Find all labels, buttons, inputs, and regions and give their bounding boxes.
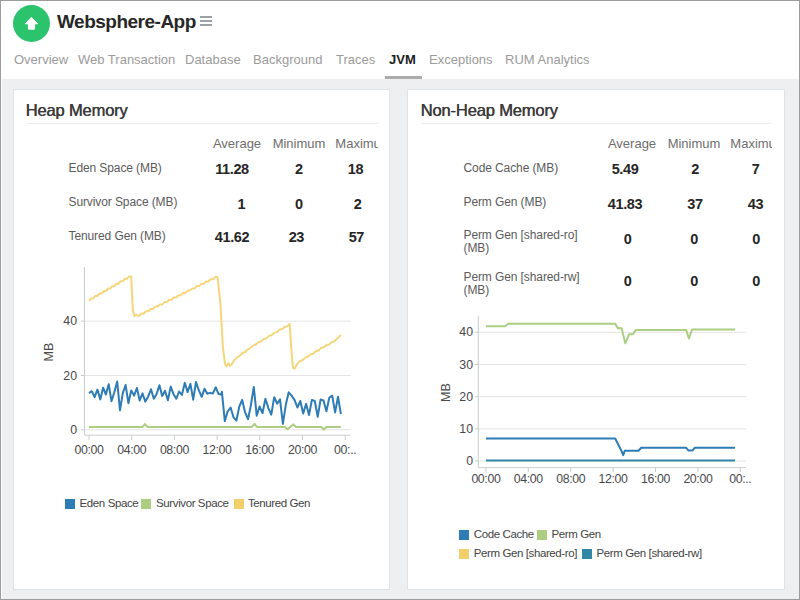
svg-text:40: 40: [63, 314, 77, 328]
svg-text:20: 20: [459, 390, 473, 404]
svg-text:00:..: 00:..: [334, 443, 356, 457]
svg-text:20:00: 20:00: [288, 443, 318, 457]
svg-text:40: 40: [459, 325, 473, 339]
svg-text:10: 10: [459, 422, 473, 436]
svg-text:16:00: 16:00: [245, 443, 275, 457]
svg-text:0: 0: [70, 423, 77, 437]
svg-text:00:00: 00:00: [74, 443, 104, 457]
svg-text:MB: MB: [439, 383, 453, 402]
svg-text:30: 30: [459, 358, 473, 372]
svg-text:04:00: 04:00: [514, 472, 544, 486]
svg-text:0: 0: [466, 454, 473, 468]
svg-text:00:00: 00:00: [471, 472, 501, 486]
svg-text:12:00: 12:00: [203, 443, 233, 457]
svg-text:20: 20: [63, 369, 77, 383]
svg-text:20:00: 20:00: [683, 472, 713, 486]
svg-text:00:..: 00:..: [729, 472, 751, 486]
svg-text:04:00: 04:00: [117, 443, 147, 457]
svg-text:08:00: 08:00: [160, 443, 190, 457]
svg-text:MB: MB: [42, 343, 56, 362]
svg-text:12:00: 12:00: [599, 472, 629, 486]
svg-text:16:00: 16:00: [641, 472, 671, 486]
svg-text:08:00: 08:00: [556, 472, 586, 486]
